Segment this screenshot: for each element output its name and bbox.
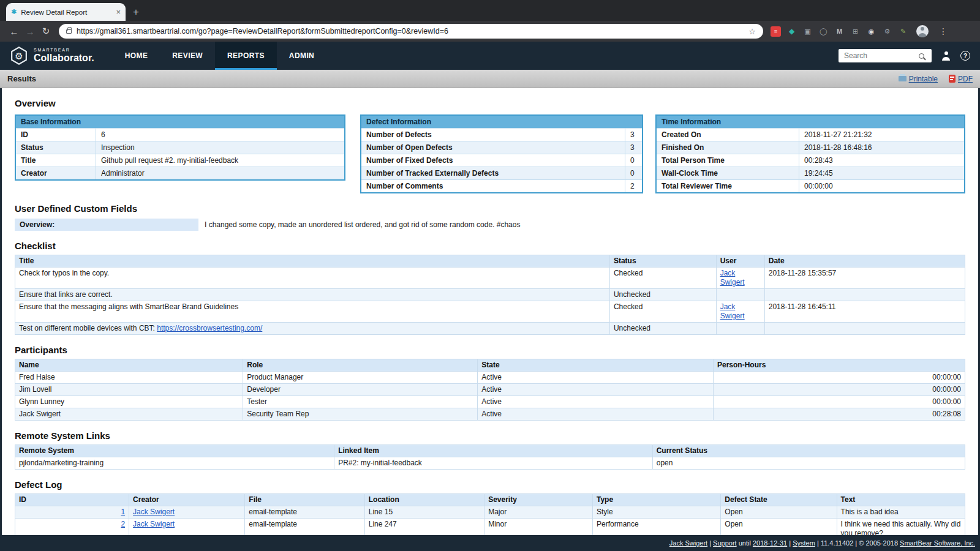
defect-state: Open [721, 519, 837, 536]
participant-name: Jim Lovell [15, 384, 243, 396]
checklist-col-status: Status [609, 255, 716, 268]
info-row: Number of Defects 3 [361, 128, 642, 141]
defect-text: I think we need this actually. Why did y… [837, 519, 965, 536]
report-content: Overview Base Information ID 6 Status In… [0, 88, 980, 535]
footer-text: | 11.4.11402 | © 2005-2018 [817, 539, 900, 547]
defect-creator: Jack Swigert [129, 506, 245, 519]
extension-icon-1[interactable]: ≡ [771, 26, 781, 37]
info-label: Finished On [657, 141, 799, 154]
participant-role: Tester [243, 396, 478, 408]
defect-creator-link[interactable]: Jack Swigert [133, 508, 175, 516]
printable-label[interactable]: Printable [909, 75, 938, 83]
search-icon[interactable] [919, 53, 924, 59]
participants-table: Name Role State Person-Hours Fred Haise … [15, 359, 965, 421]
footer-segment: Jack Swigert [669, 539, 707, 547]
user-icon[interactable] [941, 51, 951, 61]
info-value: Administrator [96, 167, 344, 179]
extension-icon-7[interactable]: ◉ [866, 26, 876, 37]
footer-link[interactable]: Support [713, 539, 737, 547]
footer-link[interactable]: SmartBear Software, Inc. [900, 539, 975, 547]
browser-tab[interactable]: ✱ Review Detail Report × [6, 3, 126, 21]
extension-icon-5[interactable]: M [834, 26, 845, 37]
info-row: Number of Comments 2 [361, 179, 642, 192]
address-bar[interactable]: https://gmail361.smartbeartrial.com/go?p… [59, 24, 763, 39]
checklist-title-link[interactable]: https://crossbrowsertesting.com/ [157, 324, 262, 332]
defect-id: 1 [15, 506, 129, 519]
brand-logo[interactable]: ⚙ SMARTBEAR Collaborator. [0, 42, 104, 70]
browser-menu-icon[interactable]: ⋮ [939, 26, 948, 36]
url-text[interactable]: https://gmail361.smartbeartrial.com/go?p… [77, 27, 744, 36]
info-row: Total Reviewer Time 00:00:00 [657, 179, 964, 192]
custom-field-row: Overview: I changed some copy, made an u… [15, 219, 965, 231]
defect-row: 1 Jack Swigert email-template Line 15 Ma… [15, 506, 965, 519]
checklist-user-link[interactable]: Jack Swigert [720, 269, 745, 287]
defect-id-link[interactable]: 2 [121, 520, 125, 528]
search-box[interactable] [839, 49, 932, 62]
forward-icon[interactable]: → [22, 26, 38, 37]
info-label: Number of Fixed Defects [361, 154, 625, 167]
info-label: Creator [16, 167, 96, 179]
extension-icon-9[interactable]: ✎ [898, 26, 908, 37]
participant-row: Fred Haise Product Manager Active 00:00:… [15, 372, 965, 384]
checklist-col-user: User [716, 255, 764, 268]
checklist-status: Checked [609, 301, 716, 323]
extension-icon-2[interactable]: ◆ [786, 26, 797, 37]
participants-col-hours: Person-Hours [713, 359, 965, 372]
back-icon[interactable]: ← [6, 26, 22, 37]
pdf-link[interactable]: PDF [949, 75, 973, 83]
extension-icon-6[interactable]: ⊞ [850, 26, 861, 37]
app-navbar: ⚙ SMARTBEAR Collaborator. HOME REVIEW RE… [0, 42, 980, 70]
printable-link[interactable]: Printable [899, 75, 938, 83]
info-value: Inspection [96, 141, 344, 154]
defect-type: Performance [592, 519, 720, 536]
time-information-title: Time Information [657, 116, 964, 128]
time-information-rows: Created On 2018-11-27 21:21:32 Finished … [657, 128, 964, 192]
nav-item-home[interactable]: HOME [113, 42, 160, 70]
defect-creator-link[interactable]: Jack Swigert [133, 520, 175, 528]
participant-name: Glynn Lunney [15, 396, 243, 408]
brand-text: SMARTBEAR Collaborator. [34, 48, 94, 63]
checklist-date: 2018-11-28 16:45:11 [764, 301, 965, 323]
footer-segment: 2018-12-31 [753, 539, 787, 547]
refresh-icon[interactable]: ↻ [38, 26, 54, 37]
checklist-title-text: Ensure that links are correct. [19, 290, 113, 299]
search-input[interactable] [843, 51, 919, 61]
nav-item-reports[interactable]: REPORTS [215, 42, 277, 70]
info-value: 0 [625, 154, 642, 167]
participants-col-name: Name [15, 359, 243, 372]
base-information-rows: ID 6 Status Inspection Title Github pull… [16, 128, 344, 179]
help-icon[interactable]: ? [960, 51, 970, 61]
tab-close-icon[interactable]: × [116, 8, 121, 16]
checklist-date [764, 289, 965, 301]
extension-icon-4[interactable]: ◯ [818, 26, 829, 37]
defect-log-body: 1 Jack Swigert email-template Line 15 Ma… [15, 506, 965, 536]
info-row: Number of Tracked Externally Defects 0 [361, 167, 642, 179]
checklist-item-title: Ensure that links are correct. [15, 289, 610, 301]
nav-item-admin[interactable]: ADMIN [277, 42, 326, 70]
defect-severity: Minor [484, 519, 593, 536]
checklist-user [716, 323, 764, 335]
participant-state: Active [478, 396, 714, 408]
results-bar: Results Printable PDF [0, 70, 980, 88]
defect-id-link[interactable]: 1 [121, 508, 125, 516]
new-tab-button[interactable]: + [133, 7, 139, 17]
profile-avatar[interactable] [916, 25, 929, 37]
footer-link[interactable]: Jack Swigert [669, 539, 707, 547]
info-row: Creator Administrator [16, 167, 344, 179]
checklist-user-link[interactable]: Jack Swigert [720, 302, 745, 320]
footer-link[interactable]: 2018-12-31 [753, 539, 787, 547]
bookmark-star-icon[interactable]: ☆ [748, 27, 756, 36]
footer-link[interactable]: System [793, 539, 815, 547]
info-value: 2 [625, 180, 642, 192]
browser-tab-strip: ✱ Review Detail Report × + [0, 0, 980, 21]
participants-col-role: Role [243, 359, 478, 372]
extension-icon-3[interactable]: ▣ [802, 26, 813, 37]
info-row: Wall-Clock Time 19:24:45 [657, 167, 964, 179]
custom-field-label: Overview: [15, 219, 198, 231]
participant-hours: 00:00:00 [713, 372, 965, 384]
pdf-label[interactable]: PDF [958, 75, 973, 83]
extension-icon-8[interactable]: ⚙ [882, 26, 892, 37]
remote-current-status: open [652, 457, 965, 470]
participant-hours: 00:28:08 [713, 408, 965, 421]
nav-item-review[interactable]: REVIEW [160, 42, 215, 70]
